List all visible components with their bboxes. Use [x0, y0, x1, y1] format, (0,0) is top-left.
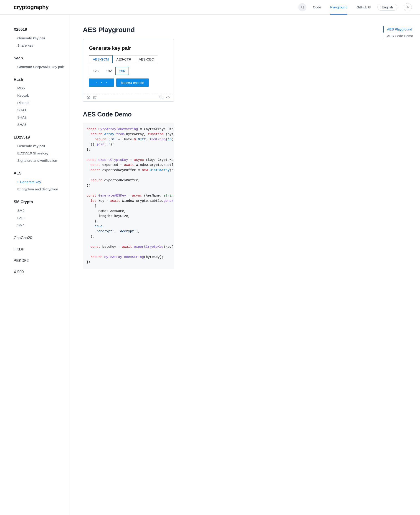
toc-item-code-demo[interactable]: AES Code Demo: [383, 32, 418, 39]
sidebar-group-x25519[interactable]: X25519: [14, 26, 70, 33]
keysize-128[interactable]: 128: [89, 67, 102, 75]
page-title: AES Playground: [83, 26, 366, 34]
sidebar-item[interactable]: Signature and verification: [14, 157, 70, 164]
svg-line-1: [303, 8, 304, 9]
sidebar-item[interactable]: MD5: [14, 85, 70, 92]
copy-icon[interactable]: [159, 96, 163, 99]
sidebar-item[interactable]: Generate Secp256k1 key pair: [14, 63, 70, 71]
codesandbox-icon[interactable]: [87, 96, 90, 99]
keysize-192[interactable]: 192: [102, 67, 116, 75]
playground-card: Generate key pair AES-GCM AES-CTR AES-CB…: [83, 39, 174, 102]
sidebar-item[interactable]: SM2: [14, 207, 70, 214]
theme-toggle[interactable]: [404, 3, 412, 11]
sidebar-item[interactable]: SM3: [14, 214, 70, 222]
svg-point-0: [301, 6, 304, 8]
search-button[interactable]: [298, 3, 307, 11]
svg-line-11: [409, 6, 409, 6]
brand-logo[interactable]: cryptography: [14, 4, 49, 10]
nav-playground[interactable]: Playground: [330, 0, 347, 15]
sidebar-item[interactable]: SHA1: [14, 106, 70, 114]
sidebar-item[interactable]: SM4: [14, 222, 70, 229]
sidebar-item-chacha20[interactable]: ChaCha20: [14, 234, 70, 242]
sidebar-item[interactable]: SHA2: [14, 114, 70, 121]
language-select[interactable]: English: [377, 4, 397, 11]
search-icon: [300, 5, 304, 9]
mode-aes-cbc[interactable]: AES-CBC: [135, 55, 158, 63]
nav-code[interactable]: Code: [313, 0, 321, 15]
nav-github-label: GitHub: [357, 5, 367, 9]
svg-point-3: [407, 7, 408, 8]
svg-rect-14: [161, 97, 163, 99]
sidebar-item[interactable]: ED25519 ShareKey: [14, 150, 70, 157]
sidebar: X25519 Generate key pair Share key Secp …: [0, 15, 70, 515]
sidebar-item[interactable]: Keccak: [14, 92, 70, 99]
sidebar-group-sm[interactable]: SM Crypto: [14, 198, 70, 206]
svg-line-7: [409, 8, 409, 8]
code-icon[interactable]: [166, 96, 170, 99]
sidebar-group-aes[interactable]: AES: [14, 170, 70, 177]
code-block: const ByteArrayToHexString = (byteArray:…: [83, 123, 174, 269]
sidebar-group-ed25519[interactable]: ED25519: [14, 134, 70, 141]
sidebar-item-x509[interactable]: X 509: [14, 269, 70, 276]
svg-line-2: [369, 6, 371, 7]
card-title: Generate key pair: [89, 45, 168, 51]
external-link-icon: [368, 6, 371, 9]
mode-aes-gcm[interactable]: AES-GCM: [89, 55, 113, 63]
sidebar-item[interactable]: Encryption and decryption: [14, 186, 70, 193]
main-content: AES Playground Generate key pair AES-GCM…: [70, 15, 379, 515]
card-footer: [83, 93, 174, 101]
sidebar-item[interactable]: SHA3: [14, 121, 70, 128]
keysize-256[interactable]: 256: [115, 67, 129, 75]
svg-line-13: [95, 96, 96, 97]
sidebar-item-pbkdf2[interactable]: PBKDF2: [14, 257, 70, 264]
sidebar-item[interactable]: Generate key pair: [14, 142, 70, 150]
header: cryptography Code Playground GitHub Engl…: [0, 0, 420, 15]
sidebar-item[interactable]: Share key: [14, 42, 70, 49]
open-external-icon[interactable]: [93, 96, 97, 99]
mode-aes-ctr[interactable]: AES-CTR: [112, 55, 135, 63]
generate-button[interactable]: [89, 78, 114, 87]
toc-item-playground[interactable]: AES Playground: [383, 26, 418, 32]
sidebar-item[interactable]: Ripemd: [14, 99, 70, 106]
nav-github[interactable]: GitHub: [357, 0, 371, 15]
sun-icon: [406, 5, 410, 9]
sidebar-group-secp[interactable]: Secp: [14, 55, 70, 62]
sidebar-item[interactable]: Generate key pair: [14, 35, 70, 42]
section-title-code-demo: AES Code Demo: [83, 111, 366, 118]
sidebar-group-hash[interactable]: Hash: [14, 76, 70, 83]
base64-encode-button[interactable]: base64 encode: [116, 78, 149, 87]
sidebar-item-active[interactable]: Generate key: [14, 178, 70, 186]
table-of-contents: AES Playground AES Code Demo: [379, 15, 420, 515]
sidebar-item-hkdf[interactable]: HKDF: [14, 246, 70, 253]
